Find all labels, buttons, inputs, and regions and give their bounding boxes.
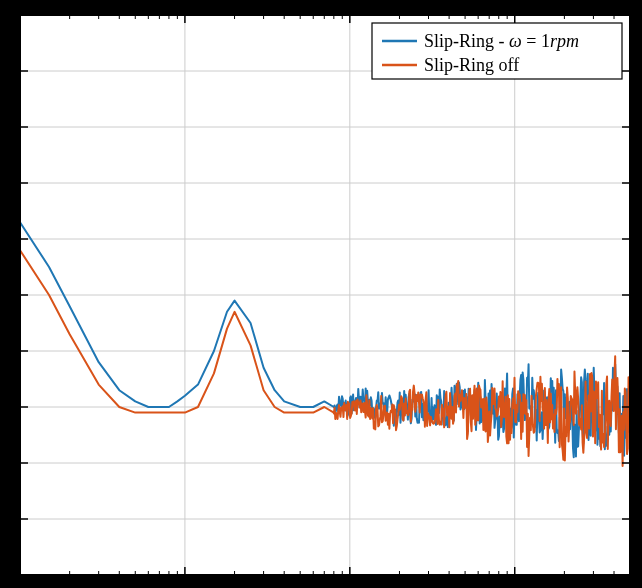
legend-entry-label: Slip-Ring off (424, 55, 519, 75)
chart-container: Slip-Ring - ω = 1rpmSlip-Ring off (0, 0, 642, 588)
chart-svg: Slip-Ring - ω = 1rpmSlip-Ring off (0, 0, 642, 588)
legend-entry-label: Slip-Ring - ω = 1rpm (424, 31, 579, 51)
